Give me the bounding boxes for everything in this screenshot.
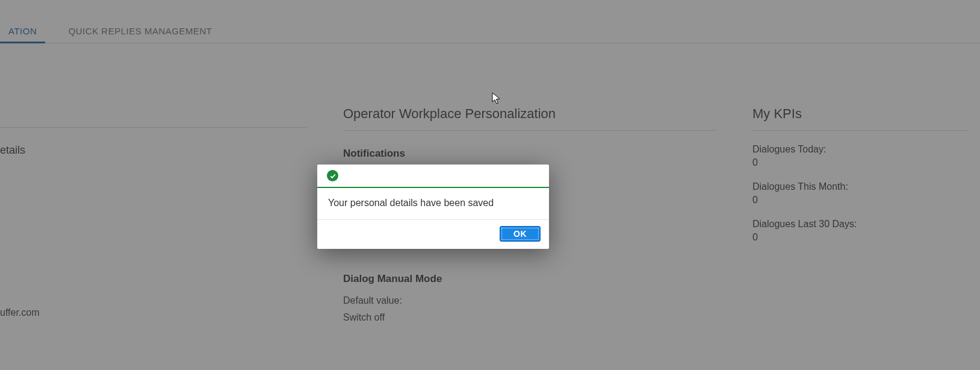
- modal-footer: OK: [317, 220, 549, 249]
- page-root: ATION QUICK REPLIES MANAGEMENT etails uf…: [0, 0, 980, 370]
- modal-message: Your personal details have been saved: [317, 188, 549, 220]
- success-modal: Your personal details have been saved OK: [317, 165, 549, 249]
- modal-header: [317, 165, 549, 188]
- ok-button[interactable]: OK: [500, 226, 541, 242]
- success-check-icon: [327, 170, 338, 181]
